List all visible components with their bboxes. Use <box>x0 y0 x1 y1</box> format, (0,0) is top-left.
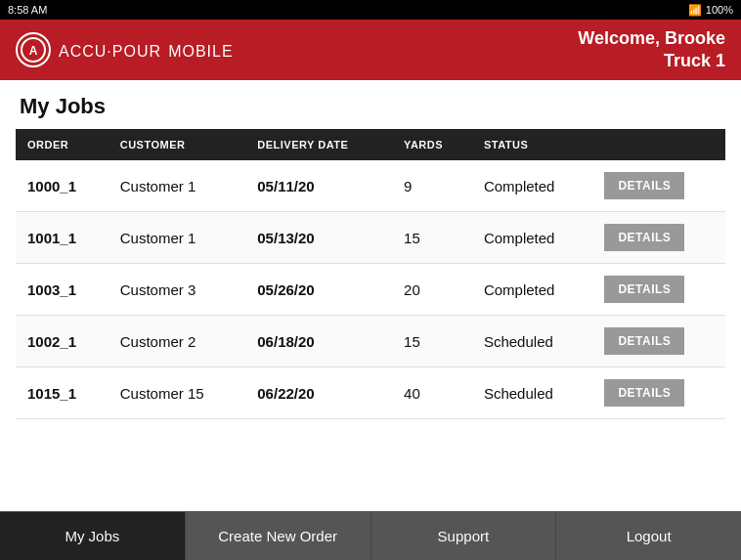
app-header: A ACCU·POUR MOBILE Welcome, Brooke Truck… <box>0 20 741 80</box>
col-order: Order <box>16 129 109 160</box>
col-action <box>592 129 725 160</box>
wifi-icon: 📶 <box>688 4 702 17</box>
table-row: 1001_1 Customer 1 05/13/20 15 Completed … <box>16 212 725 264</box>
details-button[interactable]: DETAILS <box>604 224 684 251</box>
svg-text:A: A <box>29 44 38 58</box>
col-status: Status <box>472 129 593 160</box>
cell-yards: 40 <box>392 367 472 419</box>
cell-yards: 15 <box>392 212 472 264</box>
details-button[interactable]: DETAILS <box>604 379 684 407</box>
welcome-message: Welcome, Brooke Truck 1 <box>578 27 725 73</box>
bottom-nav: My JobsCreate New OrderSupportLogout <box>0 511 741 560</box>
cell-date: 05/26/20 <box>245 264 392 316</box>
logo-icon: A <box>16 32 51 67</box>
table-row: 1015_1 Customer 15 06/22/20 40 Scheduled… <box>16 367 725 419</box>
cell-order: 1015_1 <box>16 367 109 419</box>
main-content: My Jobs Order Customer Delivery Date Yar… <box>0 80 741 511</box>
nav-btn-my-jobs[interactable]: My Jobs <box>0 512 186 560</box>
jobs-table: Order Customer Delivery Date Yards Statu… <box>16 129 725 419</box>
cell-customer: Customer 3 <box>109 264 246 316</box>
cell-status: Completed <box>472 160 593 212</box>
cell-yards: 15 <box>392 316 472 367</box>
cell-date: 05/13/20 <box>245 212 392 264</box>
status-bar: 8:58 AM 📶 100% <box>0 0 741 20</box>
cell-order: 1002_1 <box>16 316 109 367</box>
cell-action[interactable]: DETAILS <box>592 264 725 316</box>
details-button[interactable]: DETAILS <box>604 172 684 199</box>
col-date: Delivery Date <box>245 129 392 160</box>
cell-status: Scheduled <box>472 367 593 419</box>
logo-area: A ACCU·POUR MOBILE <box>16 32 234 67</box>
col-customer: Customer <box>109 129 246 160</box>
table-row: 1003_1 Customer 3 05/26/20 20 Completed … <box>16 264 725 316</box>
cell-customer: Customer 1 <box>109 160 246 212</box>
nav-btn-support[interactable]: Support <box>371 512 557 560</box>
jobs-table-wrapper: Order Customer Delivery Date Yards Statu… <box>0 129 741 511</box>
cell-action[interactable]: DETAILS <box>592 316 725 367</box>
battery-label: 100% <box>706 4 733 16</box>
logo-brand: ACCU·POUR MOBILE <box>59 37 234 62</box>
status-icons: 📶 100% <box>688 4 733 17</box>
cell-yards: 9 <box>392 160 472 212</box>
status-time: 8:58 AM <box>8 4 47 16</box>
table-header-row: Order Customer Delivery Date Yards Statu… <box>16 129 725 160</box>
table-row: 1000_1 Customer 1 05/11/20 9 Completed D… <box>16 160 725 212</box>
nav-btn-logout[interactable]: Logout <box>556 512 741 560</box>
logo-text: ACCU·POUR MOBILE <box>59 37 234 63</box>
table-row: 1002_1 Customer 2 06/18/20 15 Scheduled … <box>16 316 725 367</box>
cell-date: 06/22/20 <box>245 367 392 419</box>
cell-order: 1000_1 <box>16 160 109 212</box>
welcome-line2: Truck 1 <box>578 50 725 72</box>
cell-customer: Customer 1 <box>109 212 246 264</box>
nav-btn-create-new-order[interactable]: Create New Order <box>186 512 371 560</box>
cell-order: 1003_1 <box>16 264 109 316</box>
cell-customer: Customer 2 <box>109 316 246 367</box>
cell-customer: Customer 15 <box>109 367 246 419</box>
details-button[interactable]: DETAILS <box>604 327 684 355</box>
cell-status: Scheduled <box>472 316 593 367</box>
cell-date: 05/11/20 <box>245 160 392 212</box>
cell-action[interactable]: DETAILS <box>592 212 725 264</box>
welcome-line1: Welcome, Brooke <box>578 27 725 50</box>
cell-action[interactable]: DETAILS <box>592 367 725 419</box>
col-yards: Yards <box>392 129 472 160</box>
cell-date: 06/18/20 <box>245 316 392 367</box>
cell-status: Completed <box>472 212 593 264</box>
cell-order: 1001_1 <box>16 212 109 264</box>
cell-action[interactable]: DETAILS <box>592 160 725 212</box>
details-button[interactable]: DETAILS <box>604 276 684 303</box>
page-title: My Jobs <box>0 80 741 129</box>
cell-status: Completed <box>472 264 593 316</box>
cell-yards: 20 <box>392 264 472 316</box>
